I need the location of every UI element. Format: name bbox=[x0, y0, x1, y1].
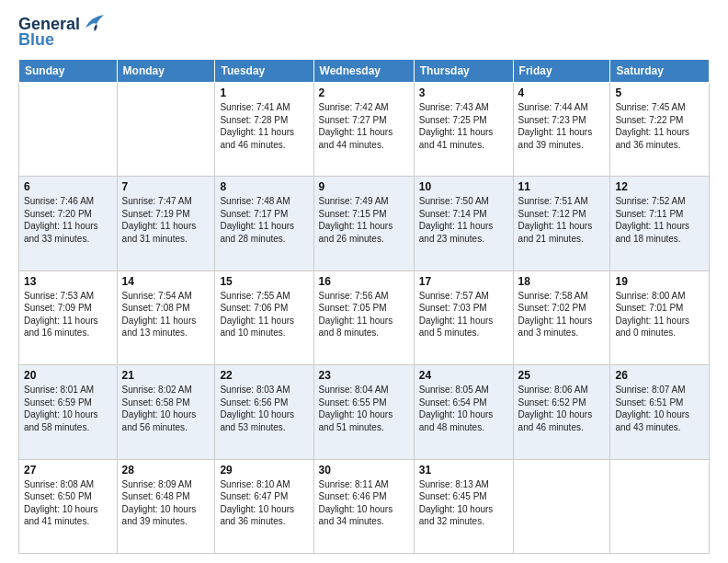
day-info: Sunrise: 8:05 AM Sunset: 6:54 PM Dayligh… bbox=[419, 384, 508, 433]
day-number: 3 bbox=[419, 86, 508, 99]
header: General Blue bbox=[18, 15, 710, 50]
day-info: Sunrise: 7:42 AM Sunset: 7:27 PM Dayligh… bbox=[319, 101, 409, 151]
day-info: Sunrise: 8:00 AM Sunset: 7:01 PM Dayligh… bbox=[615, 290, 704, 339]
day-number: 18 bbox=[518, 275, 606, 288]
page: General Blue SundayMondayTuesdayWednesda… bbox=[0, 0, 728, 563]
day-number: 1 bbox=[220, 86, 308, 99]
day-info: Sunrise: 8:13 AM Sunset: 6:45 PM Dayligh… bbox=[419, 478, 508, 528]
day-info: Sunrise: 7:44 AM Sunset: 7:23 PM Dayligh… bbox=[518, 101, 606, 151]
day-info: Sunrise: 8:11 AM Sunset: 6:46 PM Dayligh… bbox=[319, 478, 409, 528]
calendar-cell: 5Sunrise: 7:45 AM Sunset: 7:22 PM Daylig… bbox=[610, 83, 710, 177]
day-info: Sunrise: 7:50 AM Sunset: 7:14 PM Dayligh… bbox=[419, 195, 508, 245]
day-info: Sunrise: 7:45 AM Sunset: 7:22 PM Dayligh… bbox=[615, 101, 704, 151]
day-number: 4 bbox=[518, 86, 606, 99]
day-number: 21 bbox=[122, 369, 210, 382]
column-header-saturday: Saturday bbox=[610, 60, 710, 83]
calendar-week-1: 1Sunrise: 7:41 AM Sunset: 7:28 PM Daylig… bbox=[19, 83, 710, 177]
calendar-week-5: 27Sunrise: 8:08 AM Sunset: 6:50 PM Dayli… bbox=[19, 459, 710, 553]
logo-bird-icon bbox=[84, 15, 104, 31]
day-number: 10 bbox=[419, 180, 508, 193]
calendar-cell: 7Sunrise: 7:47 AM Sunset: 7:19 PM Daylig… bbox=[117, 177, 215, 270]
calendar-cell: 14Sunrise: 7:54 AM Sunset: 7:08 PM Dayli… bbox=[117, 270, 215, 364]
calendar-cell: 27Sunrise: 8:08 AM Sunset: 6:50 PM Dayli… bbox=[19, 459, 118, 553]
calendar-cell: 4Sunrise: 7:44 AM Sunset: 7:23 PM Daylig… bbox=[513, 83, 610, 177]
calendar-table: SundayMondayTuesdayWednesdayThursdayFrid… bbox=[18, 59, 710, 554]
calendar-cell: 20Sunrise: 8:01 AM Sunset: 6:59 PM Dayli… bbox=[19, 365, 118, 459]
calendar-cell: 3Sunrise: 7:43 AM Sunset: 7:25 PM Daylig… bbox=[414, 83, 513, 177]
calendar-cell: 19Sunrise: 8:00 AM Sunset: 7:01 PM Dayli… bbox=[610, 270, 710, 364]
calendar-cell: 29Sunrise: 8:10 AM Sunset: 6:47 PM Dayli… bbox=[215, 459, 313, 553]
column-header-tuesday: Tuesday bbox=[215, 60, 313, 83]
day-number: 29 bbox=[220, 464, 308, 477]
day-number: 22 bbox=[220, 369, 308, 382]
calendar-week-4: 20Sunrise: 8:01 AM Sunset: 6:59 PM Dayli… bbox=[19, 365, 710, 459]
day-info: Sunrise: 7:47 AM Sunset: 7:19 PM Dayligh… bbox=[122, 195, 210, 245]
calendar-header-row: SundayMondayTuesdayWednesdayThursdayFrid… bbox=[19, 60, 710, 83]
day-info: Sunrise: 8:03 AM Sunset: 6:56 PM Dayligh… bbox=[220, 384, 308, 433]
day-info: Sunrise: 7:56 AM Sunset: 7:05 PM Dayligh… bbox=[319, 290, 409, 339]
day-info: Sunrise: 7:51 AM Sunset: 7:12 PM Dayligh… bbox=[518, 195, 606, 245]
day-info: Sunrise: 7:53 AM Sunset: 7:09 PM Dayligh… bbox=[24, 290, 112, 339]
day-info: Sunrise: 8:08 AM Sunset: 6:50 PM Dayligh… bbox=[24, 478, 112, 528]
day-number: 30 bbox=[319, 464, 409, 477]
day-info: Sunrise: 7:48 AM Sunset: 7:17 PM Dayligh… bbox=[220, 195, 308, 245]
calendar-cell: 15Sunrise: 7:55 AM Sunset: 7:06 PM Dayli… bbox=[215, 270, 313, 364]
day-info: Sunrise: 7:57 AM Sunset: 7:03 PM Dayligh… bbox=[419, 290, 508, 339]
day-number: 17 bbox=[419, 275, 508, 288]
calendar-cell: 31Sunrise: 8:13 AM Sunset: 6:45 PM Dayli… bbox=[414, 459, 513, 553]
calendar-cell: 13Sunrise: 7:53 AM Sunset: 7:09 PM Dayli… bbox=[19, 270, 118, 364]
logo: General Blue bbox=[18, 15, 104, 50]
calendar-cell: 11Sunrise: 7:51 AM Sunset: 7:12 PM Dayli… bbox=[513, 177, 610, 270]
calendar-cell bbox=[19, 83, 118, 177]
day-number: 14 bbox=[122, 275, 210, 288]
calendar-week-2: 6Sunrise: 7:46 AM Sunset: 7:20 PM Daylig… bbox=[19, 177, 710, 270]
day-number: 6 bbox=[24, 180, 112, 193]
day-info: Sunrise: 8:09 AM Sunset: 6:48 PM Dayligh… bbox=[122, 478, 210, 528]
calendar-cell: 9Sunrise: 7:49 AM Sunset: 7:15 PM Daylig… bbox=[313, 177, 414, 270]
day-number: 13 bbox=[24, 275, 112, 288]
calendar-week-3: 13Sunrise: 7:53 AM Sunset: 7:09 PM Dayli… bbox=[19, 270, 710, 364]
day-info: Sunrise: 7:46 AM Sunset: 7:20 PM Dayligh… bbox=[24, 195, 112, 245]
day-number: 2 bbox=[319, 86, 409, 99]
calendar-cell: 12Sunrise: 7:52 AM Sunset: 7:11 PM Dayli… bbox=[610, 177, 710, 270]
day-info: Sunrise: 8:04 AM Sunset: 6:55 PM Dayligh… bbox=[319, 384, 409, 433]
calendar-cell: 2Sunrise: 7:42 AM Sunset: 7:27 PM Daylig… bbox=[313, 83, 414, 177]
day-number: 15 bbox=[220, 275, 308, 288]
day-number: 26 bbox=[615, 369, 704, 382]
day-info: Sunrise: 8:10 AM Sunset: 6:47 PM Dayligh… bbox=[220, 478, 308, 528]
column-header-monday: Monday bbox=[117, 60, 215, 83]
day-info: Sunrise: 7:55 AM Sunset: 7:06 PM Dayligh… bbox=[220, 290, 308, 339]
calendar-cell bbox=[117, 83, 215, 177]
day-info: Sunrise: 7:58 AM Sunset: 7:02 PM Dayligh… bbox=[518, 290, 606, 339]
day-info: Sunrise: 8:06 AM Sunset: 6:52 PM Dayligh… bbox=[518, 384, 606, 433]
day-number: 23 bbox=[319, 369, 409, 382]
day-number: 31 bbox=[419, 464, 508, 477]
day-info: Sunrise: 8:01 AM Sunset: 6:59 PM Dayligh… bbox=[24, 384, 112, 433]
calendar-cell: 18Sunrise: 7:58 AM Sunset: 7:02 PM Dayli… bbox=[513, 270, 610, 364]
calendar-cell: 1Sunrise: 7:41 AM Sunset: 7:28 PM Daylig… bbox=[215, 83, 313, 177]
day-info: Sunrise: 7:43 AM Sunset: 7:25 PM Dayligh… bbox=[419, 101, 508, 151]
column-header-sunday: Sunday bbox=[19, 60, 118, 83]
day-number: 16 bbox=[319, 275, 409, 288]
day-number: 28 bbox=[122, 464, 210, 477]
calendar-cell: 6Sunrise: 7:46 AM Sunset: 7:20 PM Daylig… bbox=[19, 177, 118, 270]
day-info: Sunrise: 7:49 AM Sunset: 7:15 PM Dayligh… bbox=[319, 195, 409, 245]
calendar-cell: 24Sunrise: 8:05 AM Sunset: 6:54 PM Dayli… bbox=[414, 365, 513, 459]
column-header-thursday: Thursday bbox=[414, 60, 513, 83]
calendar-cell: 17Sunrise: 7:57 AM Sunset: 7:03 PM Dayli… bbox=[414, 270, 513, 364]
day-number: 12 bbox=[615, 180, 704, 193]
day-number: 19 bbox=[615, 275, 704, 288]
calendar-cell: 21Sunrise: 8:02 AM Sunset: 6:58 PM Dayli… bbox=[117, 365, 215, 459]
day-info: Sunrise: 7:52 AM Sunset: 7:11 PM Dayligh… bbox=[615, 195, 704, 245]
calendar-cell: 23Sunrise: 8:04 AM Sunset: 6:55 PM Dayli… bbox=[313, 365, 414, 459]
day-number: 11 bbox=[518, 180, 606, 193]
calendar-cell bbox=[610, 459, 710, 553]
calendar-cell: 8Sunrise: 7:48 AM Sunset: 7:17 PM Daylig… bbox=[215, 177, 313, 270]
day-number: 20 bbox=[24, 369, 112, 382]
calendar-cell: 30Sunrise: 8:11 AM Sunset: 6:46 PM Dayli… bbox=[313, 459, 414, 553]
logo-blue: Blue bbox=[18, 30, 54, 50]
day-info: Sunrise: 8:07 AM Sunset: 6:51 PM Dayligh… bbox=[615, 384, 704, 433]
day-number: 9 bbox=[319, 180, 409, 193]
column-header-friday: Friday bbox=[513, 60, 610, 83]
day-number: 7 bbox=[122, 180, 210, 193]
